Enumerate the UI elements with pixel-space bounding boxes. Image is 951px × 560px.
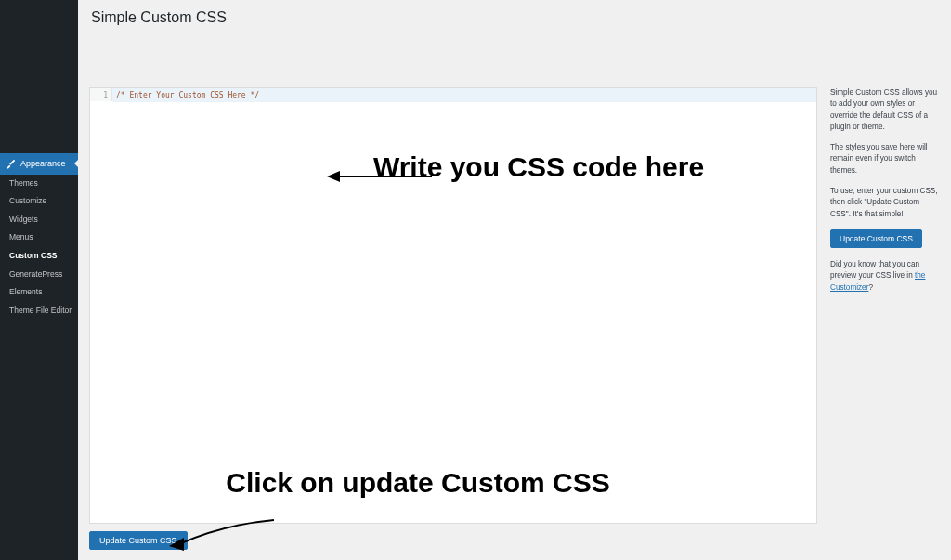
submenu-theme-file-editor[interactable]: Theme File Editor — [0, 302, 78, 320]
css-placeholder-comment: /* Enter Your Custom CSS Here */ — [116, 90, 259, 100]
sidebar-item-appearance[interactable]: Appearance — [0, 153, 78, 175]
side-panel: Simple Custom CSS allows you to add your… — [830, 87, 940, 550]
submenu-menus[interactable]: Menus — [0, 228, 78, 247]
submenu-custom-css[interactable]: Custom CSS — [0, 247, 78, 266]
main-content: Simple Custom CSS 1 /* Enter Your Custom… — [78, 0, 951, 560]
sidebar-item-label: Appearance — [20, 158, 66, 170]
update-custom-css-button-side[interactable]: Update Custom CSS — [830, 229, 922, 248]
css-code-editor[interactable]: 1 /* Enter Your Custom CSS Here */ ^ — [89, 87, 817, 524]
sidebar-spacer — [0, 0, 78, 153]
admin-sidebar: Appearance Themes Customize Widgets Menu… — [0, 0, 78, 560]
tip-prefix: Did you know that you can preview your C… — [830, 260, 919, 280]
line-number-gutter: 1 — [90, 88, 112, 101]
page-title: Simple Custom CSS — [78, 0, 951, 33]
submenu-widgets[interactable]: Widgets — [0, 211, 78, 229]
content-body: 1 /* Enter Your Custom CSS Here */ ^ Upd… — [78, 87, 951, 550]
panel-description-1: Simple Custom CSS allows you to add your… — [830, 87, 940, 133]
panel-description-3: To use, enter your custom CSS, then clic… — [830, 186, 940, 220]
submenu-elements[interactable]: Elements — [0, 283, 78, 302]
tip-suffix: ? — [868, 283, 873, 292]
panel-description-2: The styles you save here will remain eve… — [830, 142, 940, 176]
submenu-generatepress[interactable]: GeneratePress — [0, 266, 78, 284]
submenu-customize[interactable]: Customize — [0, 192, 78, 211]
submenu-themes[interactable]: Themes — [0, 175, 78, 193]
update-custom-css-button-bottom[interactable]: Update Custom CSS — [89, 531, 188, 550]
editor-column: 1 /* Enter Your Custom CSS Here */ ^ Upd… — [89, 87, 817, 550]
editor-scroll-marker: ^ — [833, 88, 839, 525]
brush-icon — [6, 158, 17, 169]
panel-tip: Did you know that you can preview your C… — [830, 259, 940, 293]
